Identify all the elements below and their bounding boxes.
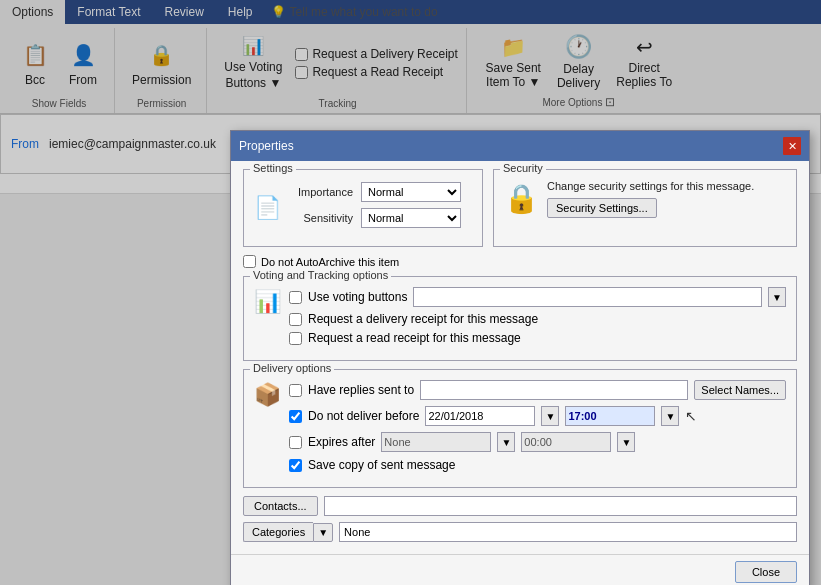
settings-security-row: Settings 📄 Importance Normal Low High bbox=[243, 169, 797, 247]
categories-row: Categories ▼ bbox=[243, 522, 797, 542]
lock-icon: 🔒 bbox=[504, 182, 539, 215]
expires-date-dropdown[interactable]: ▼ bbox=[497, 432, 515, 452]
voting-tracking-title: Voting and Tracking options bbox=[250, 269, 391, 281]
contacts-button[interactable]: Contacts... bbox=[243, 496, 318, 516]
no-deliver-checkbox[interactable] bbox=[289, 410, 302, 423]
delivery-receipt-row: Request a delivery receipt for this mess… bbox=[289, 312, 786, 326]
expires-time-dropdown[interactable]: ▼ bbox=[617, 432, 635, 452]
autoarchive-row: Do not AutoArchive this item bbox=[243, 255, 797, 268]
save-copy-label: Save copy of sent message bbox=[308, 458, 455, 472]
save-copy-row: Save copy of sent message bbox=[289, 458, 786, 472]
dialog-body: Settings 📄 Importance Normal Low High bbox=[231, 161, 809, 550]
voting-tracking-section: Voting and Tracking options 📊 Use voting… bbox=[243, 276, 797, 361]
no-deliver-label: Do not deliver before bbox=[308, 409, 419, 423]
close-dialog-button[interactable]: Close bbox=[735, 561, 797, 583]
read-receipt-dialog-label: Request a read receipt for this message bbox=[308, 331, 521, 345]
settings-icon-row: 📄 Importance Normal Low High bbox=[254, 182, 472, 234]
no-deliver-date-dropdown[interactable]: ▼ bbox=[541, 406, 559, 426]
importance-label: Importance bbox=[285, 186, 353, 198]
read-receipt-dialog-checkbox[interactable] bbox=[289, 332, 302, 345]
cursor-indicator: ↖ bbox=[685, 408, 697, 424]
use-voting-row: Use voting buttons ▼ bbox=[289, 287, 786, 307]
security-text-area: Change security settings for this messag… bbox=[547, 180, 754, 218]
settings-fields: Importance Normal Low High Sensitivity bbox=[285, 182, 461, 234]
delivery-title: Delivery options bbox=[250, 362, 334, 374]
select-names-button[interactable]: Select Names... bbox=[694, 380, 786, 400]
expires-row: Expires after ▼ ▼ bbox=[289, 432, 786, 452]
no-deliver-date-input[interactable] bbox=[425, 406, 535, 426]
settings-title: Settings bbox=[250, 162, 296, 174]
delivery-inner: 📦 Have replies sent to Select Names... bbox=[254, 380, 786, 477]
sensitivity-select[interactable]: Normal Personal Private Confidential bbox=[361, 208, 461, 228]
dialog-titlebar: Properties ✕ bbox=[231, 131, 809, 161]
security-description: Change security settings for this messag… bbox=[547, 180, 754, 192]
categories-value-field[interactable] bbox=[339, 522, 797, 542]
voting-inner: 📊 Use voting buttons ▼ Request a deliver… bbox=[254, 287, 786, 350]
dialog-overlay: Properties ✕ Settings 📄 Importance N bbox=[0, 0, 821, 585]
sensitivity-label: Sensitivity bbox=[285, 212, 353, 224]
dialog-footer: Close bbox=[231, 554, 809, 585]
security-title: Security bbox=[500, 162, 546, 174]
save-copy-checkbox[interactable] bbox=[289, 459, 302, 472]
security-section: Security 🔒 Change security settings for … bbox=[493, 169, 797, 247]
expires-checkbox[interactable] bbox=[289, 436, 302, 449]
use-voting-label: Use voting buttons bbox=[308, 290, 407, 304]
importance-select[interactable]: Normal Low High bbox=[361, 182, 461, 202]
dialog-title: Properties bbox=[239, 139, 294, 153]
no-deliver-time-input[interactable] bbox=[565, 406, 655, 426]
voting-dropdown-button[interactable]: ▼ bbox=[768, 287, 786, 307]
sensitivity-row: Sensitivity Normal Personal Private Conf… bbox=[285, 208, 461, 228]
replies-checkbox[interactable] bbox=[289, 384, 302, 397]
categories-button-group: Categories ▼ bbox=[243, 522, 333, 542]
voting-fields: Use voting buttons ▼ Request a delivery … bbox=[289, 287, 786, 350]
bottom-row: Contacts... bbox=[243, 496, 797, 516]
expires-time-input[interactable] bbox=[521, 432, 611, 452]
delivery-fields: Have replies sent to Select Names... Do … bbox=[289, 380, 786, 477]
delivery-icon: 📦 bbox=[254, 382, 281, 408]
security-settings-button[interactable]: Security Settings... bbox=[547, 198, 657, 218]
no-deliver-row: Do not deliver before ▼ ▼ ↖ bbox=[289, 406, 786, 426]
expires-label: Expires after bbox=[308, 435, 375, 449]
no-deliver-time-dropdown[interactable]: ▼ bbox=[661, 406, 679, 426]
replies-input[interactable] bbox=[420, 380, 688, 400]
properties-dialog: Properties ✕ Settings 📄 Importance N bbox=[230, 130, 810, 585]
delivery-receipt-dialog-label: Request a delivery receipt for this mess… bbox=[308, 312, 538, 326]
replies-label: Have replies sent to bbox=[308, 383, 414, 397]
settings-section: Settings 📄 Importance Normal Low High bbox=[243, 169, 483, 247]
categories-arrow-button[interactable]: ▼ bbox=[313, 523, 333, 542]
autoarchive-checkbox[interactable] bbox=[243, 255, 256, 268]
contacts-field[interactable] bbox=[324, 496, 797, 516]
delivery-section: Delivery options 📦 Have replies sent to … bbox=[243, 369, 797, 488]
security-content: 🔒 Change security settings for this mess… bbox=[504, 176, 786, 218]
use-voting-checkbox[interactable] bbox=[289, 291, 302, 304]
settings-icon: 📄 bbox=[254, 195, 281, 221]
read-receipt-row: Request a read receipt for this message bbox=[289, 331, 786, 345]
delivery-receipt-dialog-checkbox[interactable] bbox=[289, 313, 302, 326]
voting-buttons-input[interactable] bbox=[413, 287, 762, 307]
dialog-close-button[interactable]: ✕ bbox=[783, 137, 801, 155]
voting-tracking-icon: 📊 bbox=[254, 289, 281, 315]
autoarchive-label: Do not AutoArchive this item bbox=[261, 256, 399, 268]
replies-row: Have replies sent to Select Names... bbox=[289, 380, 786, 400]
expires-date-input[interactable] bbox=[381, 432, 491, 452]
importance-row: Importance Normal Low High bbox=[285, 182, 461, 202]
categories-main-button[interactable]: Categories bbox=[243, 522, 313, 542]
